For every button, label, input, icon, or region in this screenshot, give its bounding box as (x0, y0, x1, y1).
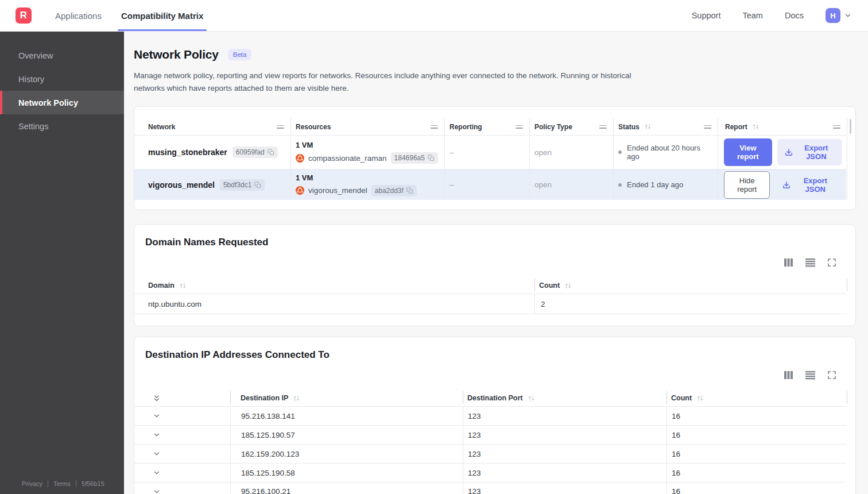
row-expander[interactable] (134, 464, 230, 482)
domain-names-card: Domain Names Requested Domain (134, 224, 856, 326)
fullscreen-icon[interactable] (827, 258, 836, 267)
sidebar-item-overview[interactable]: Overview (0, 44, 124, 67)
row-expander[interactable] (134, 407, 230, 425)
count-value: 16 (666, 426, 847, 444)
sort-icon[interactable] (179, 282, 187, 290)
chevron-down-icon[interactable] (844, 11, 852, 20)
fullscreen-icon[interactable] (827, 370, 836, 380)
copy-icon[interactable] (268, 149, 274, 156)
sort-icon[interactable] (752, 123, 760, 130)
table-row[interactable]: 95.216.138.141 123 16 (134, 406, 846, 425)
count-value: 16 (666, 407, 847, 425)
sort-icon[interactable] (696, 395, 704, 402)
view-report-button[interactable]: View report (724, 138, 772, 166)
sidebar: Overview History Network Policy Settings… (0, 32, 124, 494)
col-header-status[interactable]: Status (613, 118, 718, 135)
policy-type-value: open (529, 169, 613, 200)
link-team[interactable]: Team (742, 11, 762, 20)
page-title: Network Policy (134, 48, 219, 61)
main-content: Network Policy Beta Manage network polic… (124, 32, 868, 494)
column-resize-handle-icon[interactable] (277, 125, 284, 129)
user-avatar[interactable]: H (826, 8, 840, 23)
download-icon (782, 181, 790, 189)
tab-applications[interactable]: Applications (52, 0, 105, 31)
scrollbar-thumb[interactable] (850, 119, 851, 134)
col-header-destination-ip[interactable]: Destination IP (230, 390, 463, 406)
reporting-value: – (444, 169, 529, 200)
table-row[interactable]: 95.216.100.21 123 16 (134, 482, 846, 494)
export-json-button[interactable]: Export JSON (777, 139, 842, 165)
tab-compatibility-matrix[interactable]: Compatibility Matrix (118, 0, 207, 31)
row-expander[interactable] (134, 426, 230, 444)
table-row[interactable]: 185.125.190.58 123 16 (134, 463, 846, 482)
rows-icon[interactable] (805, 258, 815, 267)
column-resize-handle-icon[interactable] (599, 125, 607, 129)
sort-icon[interactable] (293, 395, 300, 402)
export-json-button[interactable]: Export JSON (775, 172, 842, 198)
terms-link[interactable]: Terms (53, 480, 71, 487)
col-header-network[interactable]: Network (134, 118, 290, 135)
sidebar-footer: Privacy Terms 5f56b15 (0, 480, 124, 494)
rows-icon[interactable] (805, 370, 815, 380)
columns-icon[interactable] (784, 370, 793, 380)
ip-table-header: Destination IP Destination Port Count (134, 390, 846, 406)
col-header-policy-type[interactable]: Policy Type (529, 118, 613, 135)
page-description: Manage network policy, reporting and vie… (134, 70, 639, 94)
sort-icon[interactable] (644, 123, 652, 130)
ubuntu-icon (296, 186, 304, 195)
beta-badge: Beta (228, 49, 252, 60)
hide-report-button[interactable]: Hide report (724, 171, 770, 199)
columns-icon[interactable] (784, 258, 793, 267)
expand-all-toggle[interactable] (134, 390, 230, 406)
resource-id-chip: aba2dd3f (371, 185, 417, 196)
count-value: 16 (666, 464, 847, 482)
table-row[interactable]: 162.159.200.123 123 16 (134, 444, 846, 463)
privacy-link[interactable]: Privacy (22, 480, 42, 487)
copy-icon[interactable] (254, 182, 261, 188)
col-header-destination-port[interactable]: Destination Port (463, 390, 666, 406)
col-header-reporting[interactable]: Reporting (444, 118, 529, 135)
network-table-header: Network Resources Reporting Policy Type (134, 118, 846, 135)
link-docs[interactable]: Docs (785, 11, 804, 20)
sidebar-item-network-policy[interactable]: Network Policy (0, 91, 124, 114)
column-resize-handle-icon[interactable] (431, 125, 438, 129)
sidebar-item-history[interactable]: History (0, 67, 124, 91)
destination-ip-value: 185.125.190.57 (230, 426, 463, 444)
col-header-report[interactable]: Report (718, 118, 847, 135)
top-bar-right: Support Team Docs H (692, 0, 868, 31)
col-header-count[interactable]: Count (666, 390, 847, 406)
table-row[interactable]: vigorous_mendel 5bdf3dc1 1 VM (134, 169, 846, 200)
col-header-domain[interactable]: Domain (134, 277, 534, 294)
row-expander[interactable] (134, 445, 230, 463)
resource-name: compassionate_raman (308, 154, 387, 163)
network-table-card: Network Resources Reporting Policy Type (134, 106, 856, 210)
sort-icon[interactable] (564, 282, 572, 290)
column-resize-handle-icon[interactable] (516, 125, 523, 129)
card-title: Domain Names Requested (134, 237, 855, 248)
table-row[interactable]: ntp.ubuntu.com 2 (134, 294, 846, 314)
sidebar-item-settings[interactable]: Settings (0, 114, 124, 138)
count-value: 16 (666, 483, 847, 494)
destination-port-value: 123 (463, 426, 666, 444)
destination-port-value: 123 (463, 445, 666, 463)
copy-icon[interactable] (406, 187, 413, 194)
table-row[interactable]: musing_stonebraker 60959fad 1 VM (134, 135, 846, 169)
vm-count: 1 VM (296, 173, 313, 182)
column-resize-handle-icon[interactable] (704, 125, 711, 129)
col-header-resources[interactable]: Resources (290, 118, 444, 135)
card-title: Destination IP Addresses Connected To (134, 349, 855, 361)
top-nav: Applications Compatibility Matrix (52, 0, 219, 31)
row-expander[interactable] (134, 483, 230, 494)
sort-icon[interactable] (528, 395, 535, 402)
column-resize-handle-icon[interactable] (833, 125, 840, 129)
col-header-count[interactable]: Count (534, 277, 847, 294)
destination-port-value: 123 (463, 483, 666, 494)
status-text: Ended about 20 hours ago (627, 144, 713, 161)
link-support[interactable]: Support (692, 11, 721, 20)
chevron-down-icon (153, 431, 161, 439)
download-icon (785, 148, 793, 156)
table-row[interactable]: 185.125.190.57 123 16 (134, 425, 846, 444)
policy-type-value: open (529, 136, 613, 169)
copy-icon[interactable] (428, 155, 435, 161)
app-logo[interactable]: R (16, 7, 32, 24)
